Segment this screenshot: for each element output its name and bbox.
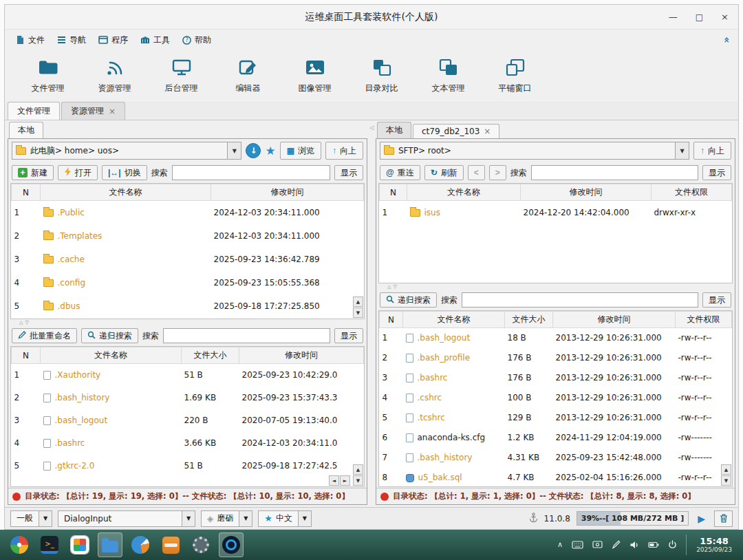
col-header-size[interactable]: 文件大小 — [182, 347, 239, 364]
package-icon[interactable] — [158, 532, 183, 557]
table-row[interactable]: 1 .Public 2024-12-03 20:34:11.000 — [12, 201, 364, 224]
scroll-down-icon[interactable]: ▼ — [353, 475, 363, 486]
tool-dir-compare[interactable]: 目录对比 — [348, 58, 415, 94]
up-button-left[interactable]: ↑ 向上 — [325, 142, 363, 160]
run-button[interactable]: ▶ — [695, 513, 708, 524]
switch-button[interactable]: |↔| 切换 — [102, 165, 147, 180]
show-button[interactable]: 显示 — [334, 328, 363, 343]
display-icon[interactable] — [592, 541, 603, 549]
close-tab-icon[interactable]: × — [109, 107, 116, 116]
battery-icon[interactable] — [648, 541, 659, 548]
tool-text-manager[interactable]: 文本管理 — [415, 58, 482, 94]
col-header-perm[interactable]: 文件权限 — [652, 184, 732, 201]
download-circle-button[interactable]: ↓ — [246, 143, 261, 158]
tab-resource-management[interactable]: 资源管理 × — [61, 102, 125, 120]
menu-programs[interactable]: 程序 — [93, 32, 133, 49]
scroll-down-icon[interactable]: ▼ — [353, 308, 363, 318]
table-row[interactable]: 2 .bash_history 1.69 KB 2025-09-23 15:37… — [12, 387, 364, 409]
col-header-perm[interactable]: 文件权限 — [676, 312, 732, 328]
col-header-name[interactable]: 文件名称 — [41, 347, 182, 364]
settings-gear-icon[interactable] — [189, 532, 213, 557]
col-header-mtime[interactable]: 修改时间 — [239, 347, 364, 364]
table-row[interactable]: 5 .gtkrc-2.0 51 B 2025-09-18 17:27:42.5 — [12, 455, 364, 477]
chevron-down-icon[interactable]: ▼ — [675, 142, 689, 159]
pen-icon[interactable] — [612, 540, 621, 549]
table-row[interactable]: 4 .bashrc 3.66 KB 2024-12-03 20:34:11.0 — [12, 432, 364, 455]
language-dropdown[interactable]: ★ 中文 ▼ — [258, 510, 312, 527]
col-header-mtime[interactable]: 修改时间 — [211, 184, 364, 201]
left-path-combobox[interactable]: 此电脑> home> uos> ▼ — [12, 142, 241, 160]
scroll-right-icon[interactable]: ► — [340, 475, 350, 486]
open-button[interactable]: 打开 — [58, 165, 98, 180]
minimize-button[interactable]: — — [669, 12, 678, 21]
table-row[interactable]: 4 .config 2025-09-23 15:05:55.368 — [12, 271, 364, 294]
close-tab-icon[interactable]: × — [484, 127, 491, 136]
tool-backend-manager[interactable]: 后台管理 — [148, 58, 215, 94]
table-row[interactable]: 5 .tcshrc 129 B 2013-12-29 10:26:31.000 … — [380, 408, 732, 428]
taskbar-clock[interactable]: 15:48 2025/09/23 — [686, 535, 736, 555]
vertical-scrollbar[interactable]: ▲ ▼ — [353, 464, 363, 486]
right-dir-search-input[interactable] — [531, 165, 698, 180]
left-splitter-handle[interactable]: △ ▽ — [8, 319, 367, 325]
keyboard-icon[interactable] — [572, 541, 583, 549]
right-file-search-input[interactable] — [462, 292, 698, 308]
vertical-scrollbar[interactable]: ▲ ▼ — [721, 464, 731, 486]
menu-nav[interactable]: 导航 — [52, 32, 91, 49]
collapse-toolbar-icon[interactable]: « — [721, 34, 732, 45]
left-file-search-input[interactable] — [163, 328, 330, 343]
show-button[interactable]: 显示 — [334, 165, 363, 180]
reconnect-button[interactable]: @ 重连 — [380, 165, 420, 180]
tool-file-manager[interactable]: 文件管理 — [14, 58, 81, 94]
col-header-n[interactable]: N — [380, 184, 407, 201]
launcher-icon[interactable] — [7, 532, 32, 557]
recursive-search-button[interactable]: 递归搜索 — [81, 328, 138, 343]
up-button-right[interactable]: ↑ 向上 — [693, 142, 731, 160]
table-row[interactable]: 4 .cshrc 100 B 2013-12-29 10:26:31.000 -… — [380, 388, 732, 408]
ops-tool-icon[interactable] — [219, 532, 244, 557]
col-header-n[interactable]: N — [12, 347, 41, 364]
col-header-name[interactable]: 文件名称 — [407, 184, 521, 201]
panel-splitter[interactable]: ◁ — [369, 122, 374, 505]
menu-file[interactable]: 文件 — [10, 32, 50, 49]
file-manager-icon[interactable] — [98, 532, 122, 557]
col-header-mtime[interactable]: 修改时间 — [553, 312, 676, 328]
browse-button[interactable]: ▦ 浏览 — [280, 142, 321, 160]
tool-editor[interactable]: 编辑器 — [215, 58, 281, 94]
col-header-size[interactable]: 文件大小 — [505, 312, 553, 328]
tab-local-right[interactable]: 本地 — [377, 122, 411, 138]
scroll-up-icon[interactable]: ▲ — [353, 297, 363, 307]
favorite-star-button[interactable]: ★ — [265, 145, 275, 157]
maximize-button[interactable]: □ — [696, 13, 703, 21]
col-header-name[interactable]: 文件名称 — [403, 312, 505, 328]
tool-image-manager[interactable]: 图像管理 — [281, 58, 348, 94]
table-row[interactable]: 3 .bashrc 176 B 2013-12-29 10:26:31.000 … — [380, 368, 732, 388]
theme-dropdown[interactable]: ◈ 磨砺 ▼ — [201, 510, 252, 527]
table-row[interactable]: 5 .dbus 2025-09-18 17:27:25.850 — [12, 294, 364, 318]
chevron-down-icon[interactable]: ▼ — [227, 142, 241, 159]
tab-local-left[interactable]: 本地 — [9, 122, 43, 138]
tab-sftp-session[interactable]: ct79_db2_103 × — [413, 124, 499, 138]
table-row[interactable]: 1 .Xauthority 51 B 2025-09-23 10:42:29.0 — [12, 364, 364, 387]
memory-gauge[interactable]: 39%--[ 108 MB/272 MB ] — [577, 511, 689, 526]
table-row[interactable]: 2 .Templates 2024-12-03 20:34:11.000 — [12, 224, 364, 248]
forward-button[interactable]: > — [489, 165, 506, 180]
left-dir-search-input[interactable] — [172, 165, 330, 180]
volume-icon[interactable] — [629, 541, 639, 549]
show-button[interactable]: 显示 — [702, 292, 731, 308]
table-row[interactable]: 7 .bash_history 4.31 KB 2025-09-23 15:42… — [380, 448, 732, 468]
col-header-mtime[interactable]: 修改时间 — [521, 184, 652, 201]
terminal-icon[interactable] — [37, 532, 62, 557]
refresh-button[interactable]: ↻ 刷新 — [424, 165, 464, 180]
table-row[interactable]: 6 anaconda-ks.cfg 1.2 KB 2024-11-29 12:0… — [380, 428, 732, 448]
col-header-name[interactable]: 文件名称 — [41, 184, 211, 201]
menu-tools[interactable]: 工具 — [135, 32, 175, 49]
table-row[interactable]: 3 .bash_logout 220 B 2020-07-05 19:13:40… — [12, 409, 364, 432]
menu-help[interactable]: ? 帮助 — [177, 32, 217, 49]
horizontal-scrollbar[interactable]: ◄ ► — [329, 475, 350, 486]
app-store-icon[interactable] — [67, 532, 92, 557]
scroll-up-icon[interactable]: ▲ — [721, 464, 731, 475]
table-row[interactable]: 1 .bash_logout 18 B 2013-12-29 10:26:31.… — [380, 328, 732, 348]
scroll-down-icon[interactable]: ▼ — [721, 475, 731, 486]
table-row[interactable]: 2 .bash_profile 176 B 2013-12-29 10:26:3… — [380, 348, 732, 368]
tool-tile-windows[interactable]: 平铺窗口 — [482, 58, 548, 94]
